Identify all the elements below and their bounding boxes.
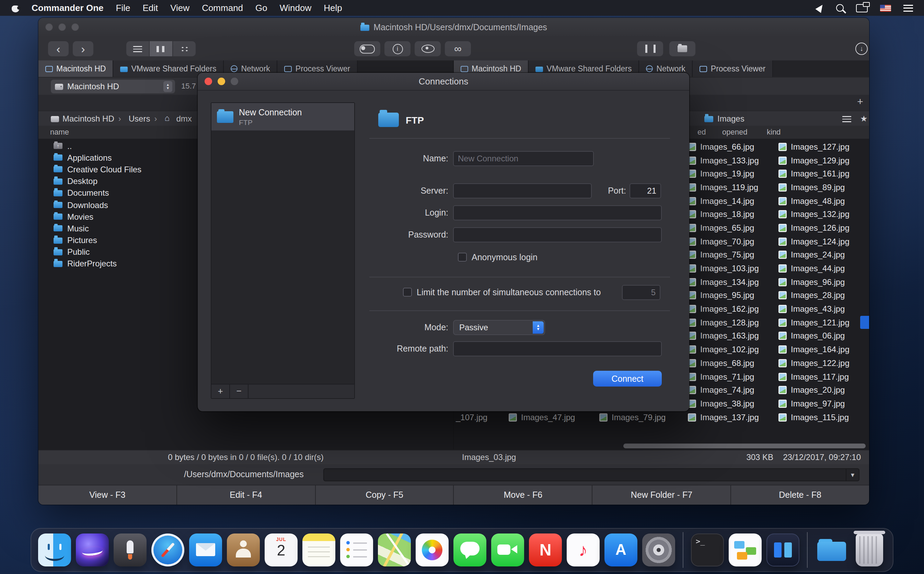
file-item[interactable]: Images_06.jpg — [778, 329, 850, 342]
file-item[interactable]: Images_103.jpg — [688, 262, 759, 275]
file-item[interactable]: Images_65.jpg — [688, 221, 759, 235]
add-button[interactable]: + — [854, 95, 866, 107]
favorites-star-icon[interactable] — [860, 114, 868, 124]
file-item[interactable]: Images_28.jpg — [778, 289, 850, 302]
menu-item[interactable]: Go — [249, 3, 274, 13]
anonymous-login-checkbox[interactable] — [458, 253, 467, 262]
file-item[interactable]: Images_75.jpg — [688, 248, 759, 262]
trash-dock-icon[interactable] — [856, 533, 883, 566]
menu-item[interactable]: Edit — [136, 3, 164, 13]
toggle-hidden-files-button[interactable] — [354, 41, 380, 56]
queue-pause-button[interactable] — [637, 41, 663, 56]
column-header-fragment[interactable]: kind — [767, 128, 781, 136]
file-item[interactable]: Images_48.jpg — [778, 194, 850, 208]
file-item[interactable]: _107.jpg — [456, 411, 487, 424]
function-key-button[interactable]: View - F3 — [38, 486, 176, 505]
breadcrumb-item[interactable]: Macintosh HD — [51, 114, 114, 124]
file-item[interactable]: Images_102.jpg — [688, 343, 759, 356]
apple-menu[interactable] — [5, 3, 25, 13]
terminal-dock-icon[interactable] — [691, 533, 724, 566]
remote-path-input[interactable] — [453, 341, 662, 356]
file-item[interactable]: Images_161.jpg — [778, 167, 850, 181]
file-item[interactable]: Images_124.jpg — [778, 235, 850, 248]
function-key-button[interactable]: Delete - F8 — [731, 486, 869, 505]
minimize-button[interactable] — [58, 23, 66, 31]
file-item[interactable]: Images_74.jpg — [688, 383, 759, 397]
tab-process-viewer[interactable]: Process Viewer — [693, 60, 773, 77]
dialog-title-bar[interactable]: Connections — [198, 73, 689, 91]
breadcrumb-item[interactable]: dmx — [154, 114, 192, 124]
file-item[interactable]: Images_70.jpg — [688, 235, 759, 248]
column-header-fragment[interactable]: opened — [722, 128, 747, 136]
music-dock-icon[interactable] — [567, 533, 600, 566]
spotlight-search-icon[interactable] — [836, 4, 844, 12]
menu-item[interactable]: Window — [274, 3, 318, 13]
file-item[interactable]: Images_127.jpg — [778, 140, 850, 153]
function-key-button[interactable]: New Folder - F7 — [593, 486, 731, 505]
siri-dock-icon[interactable] — [76, 533, 109, 566]
input-source-flag-icon[interactable] — [880, 5, 891, 11]
file-item[interactable]: Images_44.jpg — [778, 262, 850, 275]
file-item[interactable]: Images_71.jpg — [688, 370, 759, 383]
name-input[interactable] — [453, 151, 594, 166]
facetime-dock-icon[interactable] — [491, 533, 524, 566]
forward-button[interactable] — [73, 41, 93, 56]
file-item[interactable]: Images_134.jpg — [688, 275, 759, 289]
drive-selector[interactable]: Macintosh HD — [51, 80, 175, 93]
file-item[interactable]: Images_47.jpg — [509, 411, 575, 424]
right-breadcrumb[interactable]: Images — [704, 111, 745, 126]
launchpad-dock-icon[interactable] — [113, 533, 146, 566]
connect-button[interactable]: Connect — [593, 371, 662, 386]
preview-button[interactable] — [415, 41, 441, 56]
file-item[interactable]: Images_24.jpg — [778, 248, 850, 262]
selected-file-sliver[interactable] — [860, 316, 869, 329]
file-item[interactable]: Images_126.jpg — [778, 221, 850, 235]
maps-dock-icon[interactable] — [378, 533, 411, 566]
file-item[interactable]: Images_132.jpg — [778, 208, 850, 221]
display-mirroring-icon[interactable] — [856, 4, 868, 12]
function-key-button[interactable]: Move - F6 — [454, 486, 592, 505]
close-button[interactable] — [45, 23, 53, 31]
file-item[interactable]: Images_122.jpg — [778, 356, 850, 370]
file-item[interactable]: Images_89.jpg — [778, 181, 850, 194]
file-item[interactable]: Images_96.jpg — [778, 275, 850, 289]
file-item[interactable]: Images_128.jpg — [688, 316, 759, 329]
mail-dock-icon[interactable] — [189, 533, 222, 566]
menu-item[interactable]: View — [164, 3, 196, 13]
close-button[interactable] — [205, 77, 212, 85]
file-item[interactable]: Images_164.jpg — [778, 343, 850, 356]
app-menu-title[interactable]: Commander One — [25, 3, 110, 13]
file-item[interactable]: Images_43.jpg — [778, 303, 850, 316]
file-item[interactable]: Images_20.jpg — [778, 383, 850, 397]
command-line-input[interactable] — [323, 468, 859, 481]
file-item[interactable]: Images_129.jpg — [778, 153, 850, 167]
file-item[interactable]: Images_119.jpg — [688, 181, 759, 194]
messages-dock-icon[interactable] — [453, 533, 486, 566]
limit-connections-checkbox[interactable] — [403, 288, 412, 296]
login-input[interactable] — [453, 205, 662, 221]
file-item[interactable]: Images_117.jpg — [778, 370, 850, 383]
horizontal-scrollbar[interactable] — [623, 443, 866, 448]
remove-connection-button[interactable]: − — [230, 385, 249, 398]
file-item[interactable]: Images_121.jpg — [778, 316, 850, 329]
add-connection-button[interactable]: + — [211, 385, 230, 398]
window-title-bar[interactable]: Macintosh HD/Users/dmx/Documents/Images — [38, 18, 869, 38]
file-item[interactable]: Images_68.jpg — [688, 356, 759, 370]
finder-dock-icon[interactable] — [38, 533, 71, 566]
password-input[interactable] — [453, 227, 662, 242]
menu-item[interactable]: Help — [318, 3, 348, 13]
safari-dock-icon[interactable] — [151, 533, 184, 566]
info-button[interactable] — [384, 41, 411, 56]
reminders-dock-icon[interactable] — [340, 533, 373, 566]
file-item[interactable]: Images_162.jpg — [688, 303, 759, 316]
contacts-dock-icon[interactable] — [227, 533, 260, 566]
function-key-button[interactable]: Edit - F4 — [177, 486, 315, 505]
file-item[interactable]: Images_18.jpg — [688, 208, 759, 221]
limit-value-input[interactable] — [622, 285, 660, 300]
mode-dropdown[interactable]: Passive — [453, 320, 545, 335]
file-item[interactable]: Images_133.jpg — [688, 153, 759, 167]
view-options-icon[interactable] — [842, 116, 851, 122]
preview-dock-icon[interactable] — [729, 533, 762, 566]
file-item[interactable]: Images_14.jpg — [688, 194, 759, 208]
system-preferences-dock-icon[interactable] — [642, 533, 675, 566]
